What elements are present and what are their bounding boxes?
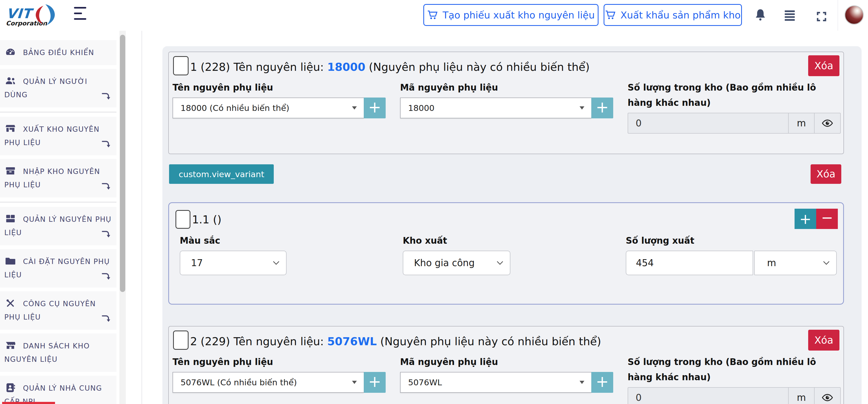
variant-warehouse-label: Kho xuất xyxy=(403,233,612,248)
sidebar-item-label: DANH SÁCH KHO NGUYÊN LIỆU xyxy=(4,342,90,364)
sidebar-item-label: QUẢN LÝ NHÀ CUNG CẤP NPL xyxy=(4,384,102,404)
material-1-stock-unit: m xyxy=(788,113,814,133)
material-2-code-select[interactable]: 5076WL xyxy=(400,372,591,393)
material-2-name-select[interactable]: 5076WL (Có nhiều biến thể) xyxy=(173,372,364,393)
material-1-checkbox[interactable] xyxy=(173,56,189,75)
variant-card-1-1: 1.1 () + − Màu sắc 17 Kho xuất xyxy=(168,202,844,305)
material-1-name-select[interactable]: 18000 (Có nhiều biến thể) xyxy=(173,97,364,118)
material-card-2: 2 (229) Tên nguyên liệu: 5076WL (Nguyên … xyxy=(168,326,844,404)
sidebar-item-supplier-management[interactable]: QUẢN LÝ NHÀ CUNG CẤP NPL xyxy=(0,376,117,404)
sidebar-item-material-management[interactable]: QUẢN LÝ NGUYÊN PHỤ LIỆU xyxy=(0,207,117,245)
chevron-down-icon xyxy=(823,261,830,265)
sidebar-group-divider xyxy=(0,202,117,203)
sidebar-item-material-export[interactable]: XUẤT KHO NGUYÊN PHỤ LIỆU xyxy=(0,117,117,155)
variant-qty-input[interactable] xyxy=(626,251,753,275)
sidebar-item-user-management[interactable]: QUẢN LÝ NGƯỜI DÙNG xyxy=(0,69,117,108)
variant-warehouse-value: Kho gia công xyxy=(414,258,474,268)
sidebar-item-warehouse-list[interactable]: DANH SÁCH KHO NGUYÊN LIỆU xyxy=(0,334,117,372)
submenu-arrow-icon xyxy=(101,181,111,191)
dropdown-arrow-icon xyxy=(352,106,357,110)
archive-import-icon xyxy=(4,165,17,177)
warehouse-icon xyxy=(4,340,17,351)
material-code-label: Mã nguyên phụ liệu xyxy=(400,354,613,370)
chevron-down-icon xyxy=(496,261,503,265)
view-variant-badge[interactable]: custom.view_variant xyxy=(169,164,274,184)
sidebar-item-material-settings[interactable]: CÀI ĐẶT NGUYÊN PHỤ LIỆU xyxy=(0,249,117,288)
sidebar-item-material-import[interactable]: NHẬP KHO NGUYÊN PHỤ LIỆU xyxy=(0,159,117,198)
dropdown-arrow-icon xyxy=(352,381,357,384)
material-2-stock-unit: m xyxy=(788,388,814,404)
logo-swirl-icon xyxy=(33,3,57,26)
variant-color-label: Màu sắc xyxy=(180,233,390,248)
sidebar-group-divider xyxy=(0,112,117,113)
variant-warehouse-select[interactable]: Kho gia công xyxy=(403,251,510,275)
sidebar-item-label: NHẬP KHO NGUYÊN PHỤ LIỆU xyxy=(4,167,100,189)
fullscreen-icon[interactable] xyxy=(816,11,828,23)
material-2-stock-group: 0 m xyxy=(628,387,841,404)
material-1-delete-button[interactable]: Xóa xyxy=(808,55,839,76)
material-2-name-value: 5076WL (Có nhiều biến thể) xyxy=(181,378,297,387)
tools-icon xyxy=(4,298,17,309)
user-avatar[interactable] xyxy=(844,5,864,25)
material-2-title: 2 (229) Tên nguyên liệu: 5076WL (Nguyên … xyxy=(190,335,601,348)
export-items-container: 1 (228) Tên nguyên liệu: 18000 (Nguyên p… xyxy=(162,46,862,404)
sidebar-item-dashboard[interactable]: BẢNG ĐIỀU KHIỂN xyxy=(0,40,117,65)
variant-1-1-checkbox[interactable] xyxy=(176,210,190,229)
variant-row-delete-button[interactable]: Xóa xyxy=(811,164,841,184)
material-1-code-select[interactable]: 18000 xyxy=(400,97,591,118)
create-export-slip-button[interactable]: Tạo phiếu xuất kho nguyên liệu xyxy=(423,4,598,26)
variant-unit-select[interactable]: m xyxy=(754,251,837,275)
variant-color-select[interactable]: 17 xyxy=(180,251,286,275)
material-stock-label: Số lượng trong kho (Bao gồm nhiều lô hàn… xyxy=(628,80,841,110)
material-1-name-link[interactable]: 18000 xyxy=(327,61,365,74)
sidebar-active-indicator xyxy=(2,402,55,404)
material-2-code-value: 5076WL xyxy=(408,378,442,387)
vit-logo: VIT Corporation xyxy=(6,2,75,29)
material-2-add-code-button[interactable]: + xyxy=(591,372,613,393)
material-2-view-stock-button[interactable] xyxy=(814,388,840,404)
sidebar-item-label: CÔNG CỤ NGUYÊN PHỤ LIỆU xyxy=(4,299,96,321)
material-card-1: 1 (228) Tên nguyên liệu: 18000 (Nguyên p… xyxy=(168,52,844,154)
material-2-delete-button[interactable]: Xóa xyxy=(808,330,839,351)
folder-icon xyxy=(4,255,17,267)
list-icon[interactable] xyxy=(783,8,797,22)
submenu-arrow-icon xyxy=(101,229,111,239)
cart-icon xyxy=(427,9,438,21)
material-1-add-name-button[interactable]: + xyxy=(364,97,386,118)
top-header: VIT Corporation Tạo phiếu xuất kho nguyê… xyxy=(0,0,868,31)
material-1-view-stock-button[interactable] xyxy=(814,113,840,133)
sidebar-item-label: BẢNG ĐIỀU KHIỂN xyxy=(23,48,94,57)
dropdown-arrow-icon xyxy=(580,381,584,384)
eye-icon xyxy=(822,392,833,403)
material-stock-label: Số lượng trong kho (Bao gồm nhiều lô hàn… xyxy=(628,354,841,385)
export-product-label: Xuất khẩu sản phẩm kho xyxy=(620,10,741,21)
material-1-add-code-button[interactable]: + xyxy=(591,97,613,118)
variant-unit-value: m xyxy=(767,258,776,268)
boxes-icon xyxy=(4,213,17,225)
logo-text: VIT xyxy=(6,6,32,21)
material-1-name-value: 18000 (Có nhiều biến thể) xyxy=(181,103,289,113)
store-export-icon xyxy=(4,123,17,135)
sidebar-scrollbar-thumb[interactable] xyxy=(120,35,125,292)
supplier-card-icon xyxy=(4,382,17,393)
variant-color-value: 17 xyxy=(191,258,203,268)
variant-add-button[interactable]: + xyxy=(795,209,816,229)
material-name-label: Tên nguyên phụ liệu xyxy=(173,354,386,370)
material-2-checkbox[interactable] xyxy=(173,330,189,350)
create-export-slip-label: Tạo phiếu xuất kho nguyên liệu xyxy=(442,10,595,21)
chevron-down-icon xyxy=(273,261,280,265)
export-product-button[interactable]: Xuất khẩu sản phẩm kho xyxy=(603,4,742,26)
variant-1-1-title: 1.1 () xyxy=(192,213,221,226)
material-2-name-link[interactable]: 5076WL xyxy=(327,335,377,348)
eye-icon xyxy=(822,117,833,129)
variant-qty-label: Số lượng xuất xyxy=(626,233,837,248)
bell-icon[interactable] xyxy=(753,7,768,23)
sidebar-item-label: QUẢN LÝ NGUYÊN PHỤ LIỆU xyxy=(4,215,112,237)
hamburger-menu-button[interactable] xyxy=(74,7,86,22)
sidebar-item-material-tools[interactable]: CÔNG CỤ NGUYÊN PHỤ LIỆU xyxy=(0,291,117,330)
users-icon xyxy=(4,75,17,87)
sidebar-item-label: CÀI ĐẶT NGUYÊN PHỤ LIỆU xyxy=(4,257,110,279)
submenu-arrow-icon xyxy=(101,91,111,101)
variant-remove-button[interactable]: − xyxy=(816,209,838,229)
material-2-add-name-button[interactable]: + xyxy=(364,372,386,393)
